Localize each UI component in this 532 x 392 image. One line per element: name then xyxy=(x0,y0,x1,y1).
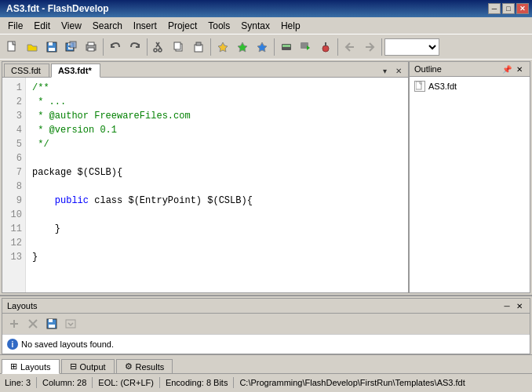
svg-rect-2 xyxy=(49,42,53,45)
toolbar-sep-1 xyxy=(103,38,104,56)
bottom-tab-results[interactable]: ⚙ Results xyxy=(116,359,173,373)
toolbar-sep-2 xyxy=(147,38,148,56)
menu-bar: File Edit View Search Insert Project Too… xyxy=(0,17,532,34)
svg-rect-7 xyxy=(70,42,76,48)
menu-project[interactable]: Project xyxy=(163,19,202,33)
toolbar-forward-btn[interactable] xyxy=(360,38,379,56)
svg-rect-38 xyxy=(66,320,75,328)
toolbar-back-btn[interactable] xyxy=(341,38,359,56)
main-area: CSS.fdt AS3.fdt* ▾ ✕ 1 2 3 4 5 6 7 8 9 xyxy=(0,60,532,295)
toolbar-open-btn[interactable] xyxy=(23,38,42,56)
title-bar-buttons: ─ □ ✕ xyxy=(488,3,529,14)
status-line: Line: 3 xyxy=(5,378,31,387)
svg-rect-16 xyxy=(174,42,180,49)
bottom-tab-layouts-label: Layouts xyxy=(20,362,51,372)
status-eol: EOL: (CR+LF) xyxy=(98,378,154,387)
layouts-title: Layouts xyxy=(7,301,38,310)
toolbar-sep-4 xyxy=(274,38,275,56)
line-numbers: 1 2 3 4 5 6 7 8 9 10 11 12 13 xyxy=(2,78,26,292)
svg-rect-30 xyxy=(416,82,421,89)
status-bar: Line: 3 Column: 28 EOL: (CR+LF) Encoding… xyxy=(0,373,532,390)
layouts-new-btn[interactable] xyxy=(5,315,23,332)
outline-file-icon xyxy=(414,81,425,92)
bottom-tab-output-icon: ⊟ xyxy=(70,361,77,372)
outline-title: Outline xyxy=(414,64,442,74)
layouts-header: Layouts ─ ✕ xyxy=(2,299,530,314)
layouts-save-btn[interactable] xyxy=(43,315,60,332)
tab-bar: CSS.fdt AS3.fdt* ▾ ✕ xyxy=(2,62,408,78)
toolbar-save-btn[interactable] xyxy=(42,38,61,56)
toolbar-copy-btn[interactable] xyxy=(169,38,188,56)
close-button[interactable]: ✕ xyxy=(516,3,529,14)
bottom-tab-bar: ⊞ Layouts ⊟ Output ⚙ Results xyxy=(0,354,532,373)
maximize-button[interactable]: □ xyxy=(502,3,515,14)
toolbar-print-btn[interactable] xyxy=(82,38,100,56)
tab-as3-label: AS3.fdt* xyxy=(58,66,92,75)
minimize-button[interactable]: ─ xyxy=(488,3,501,14)
menu-file[interactable]: File xyxy=(3,19,27,33)
tab-as3[interactable]: AS3.fdt* xyxy=(51,64,100,78)
menu-view[interactable]: View xyxy=(56,19,86,33)
toolbar-undo-btn[interactable] xyxy=(106,38,125,56)
status-encoding: Encoding: 8 Bits xyxy=(166,378,228,387)
outline-content: AS3.fdt xyxy=(410,77,530,96)
menu-syntax[interactable]: Syntax xyxy=(236,19,275,33)
svg-point-26 xyxy=(322,45,329,52)
bottom-tab-layouts-icon: ⊞ xyxy=(10,361,17,372)
status-column: Column: 28 xyxy=(42,378,86,387)
layouts-collapse-btn[interactable]: ─ xyxy=(501,300,512,311)
svg-rect-23 xyxy=(282,45,290,47)
toolbar-saveall-btn[interactable] xyxy=(62,38,81,56)
svg-rect-10 xyxy=(88,48,94,51)
outline-close-btn[interactable]: ✕ xyxy=(514,64,525,74)
outline-header-controls: 📌 ✕ xyxy=(501,64,525,74)
menu-search[interactable]: Search xyxy=(88,19,127,33)
svg-marker-19 xyxy=(218,42,228,52)
toolbar-paste-btn[interactable] xyxy=(189,38,208,56)
toolbar-new-btn[interactable] xyxy=(3,38,22,56)
bottom-tab-output[interactable]: ⊟ Output xyxy=(61,359,115,373)
bottom-tab-output-label: Output xyxy=(80,362,106,372)
toolbar-cut-btn[interactable] xyxy=(150,38,169,56)
svg-rect-18 xyxy=(196,42,201,45)
toolbar-sep-5 xyxy=(337,38,338,56)
layouts-delete-btn[interactable] xyxy=(24,315,42,332)
code-content[interactable]: /** * ... * @author FreewareFiles.com * … xyxy=(26,78,408,292)
menu-tools[interactable]: Tools xyxy=(203,19,235,33)
svg-rect-36 xyxy=(49,319,53,322)
toolbar-dropdown[interactable] xyxy=(384,38,439,56)
menu-help[interactable]: Help xyxy=(276,19,305,33)
status-sep-4 xyxy=(233,377,234,388)
layouts-message: No saved layouts found. xyxy=(21,339,114,349)
tab-css[interactable]: CSS.fdt xyxy=(4,64,49,77)
toolbar-bookmark3-btn[interactable] xyxy=(253,38,271,56)
toolbar xyxy=(0,34,532,60)
toolbar-bookmark2-btn[interactable] xyxy=(233,38,252,56)
toolbar-bookmark-btn[interactable] xyxy=(213,38,232,56)
status-sep-2 xyxy=(92,377,93,388)
toolbar-redo-btn[interactable] xyxy=(126,38,144,56)
editor-pane: CSS.fdt AS3.fdt* ▾ ✕ 1 2 3 4 5 6 7 8 9 xyxy=(2,61,409,293)
layouts-toolbar xyxy=(2,314,530,335)
toolbar-debug-btn[interactable] xyxy=(316,38,335,56)
menu-edit[interactable]: Edit xyxy=(29,19,55,33)
toolbar-run-btn[interactable] xyxy=(297,38,315,56)
bottom-tab-results-label: Results xyxy=(136,362,165,372)
status-path: C:\Programming\FlashDevelop\FirstRun\Tem… xyxy=(239,378,465,387)
outline-pin-btn[interactable]: 📌 xyxy=(501,64,512,74)
layouts-content: i No saved layouts found. xyxy=(2,335,530,354)
outline-item-label: AS3.fdt xyxy=(428,82,457,91)
bottom-tab-layouts[interactable]: ⊞ Layouts xyxy=(2,359,60,374)
menu-insert[interactable]: Insert xyxy=(129,19,162,33)
bottom-tab-results-icon: ⚙ xyxy=(125,361,133,372)
status-sep-3 xyxy=(159,377,160,388)
tab-close-btn[interactable]: ✕ xyxy=(392,64,405,77)
tab-css-label: CSS.fdt xyxy=(11,66,41,75)
tab-dropdown-btn[interactable]: ▾ xyxy=(378,64,391,77)
code-editor[interactable]: 1 2 3 4 5 6 7 8 9 10 11 12 13 /** * ... … xyxy=(2,78,408,292)
toolbar-sep-3 xyxy=(210,38,211,56)
layouts-load-btn[interactable] xyxy=(62,315,79,332)
toolbar-build-btn[interactable] xyxy=(277,38,296,56)
layouts-close-btn[interactable]: ✕ xyxy=(514,300,525,311)
outline-item-as3[interactable]: AS3.fdt xyxy=(413,80,527,93)
